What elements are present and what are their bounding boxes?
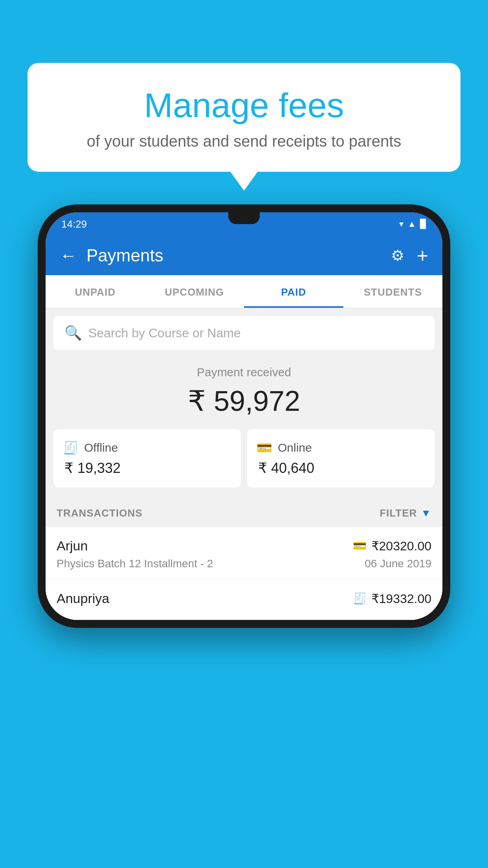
status-icons: ▾ ▲ ▉ xyxy=(399,219,427,229)
payment-received-label: Payment received xyxy=(53,366,435,379)
offline-label: Offline xyxy=(84,441,118,454)
offline-card: 🧾 Offline ₹ 19,332 xyxy=(53,429,241,487)
wifi-icon: ▾ xyxy=(399,219,404,229)
payment-method-icon-offline: 🧾 xyxy=(353,592,367,605)
transaction-amount: ₹19332.00 xyxy=(371,591,431,606)
transactions-header: TRANSACTIONS FILTER ▼ xyxy=(46,499,442,527)
search-input[interactable]: Search by Course or Name xyxy=(88,326,241,340)
transaction-top-row: Arjun 💳 ₹20320.00 xyxy=(57,538,431,554)
filter-label: FILTER xyxy=(380,507,417,519)
status-bar: 14:29 ▾ ▲ ▉ xyxy=(46,212,442,236)
transaction-amount-row: 💳 ₹20320.00 xyxy=(353,539,431,554)
payment-method-icon-online: 💳 xyxy=(353,539,367,552)
transaction-course: Physics Batch 12 Installment - 2 xyxy=(57,557,213,570)
tab-students[interactable]: STUDENTS xyxy=(343,275,443,308)
search-icon: 🔍 xyxy=(64,325,82,341)
add-icon[interactable]: + xyxy=(417,244,428,267)
notch xyxy=(228,212,260,224)
tab-paid[interactable]: PAID xyxy=(244,275,343,308)
transaction-name: Anupriya xyxy=(57,591,109,606)
phone-outer: 14:29 ▾ ▲ ▉ ← Payments ⚙ + xyxy=(38,204,450,628)
payment-total-amount: ₹ 59,972 xyxy=(53,384,435,417)
transaction-name: Arjun xyxy=(57,538,88,554)
speech-bubble: Manage fees of your students and send re… xyxy=(28,63,460,172)
filter-icon: ▼ xyxy=(421,507,431,519)
bubble-subtitle: of your students and send receipts to pa… xyxy=(47,132,441,150)
tab-unpaid[interactable]: UNPAID xyxy=(46,275,145,308)
filter-button[interactable]: FILTER ▼ xyxy=(380,507,431,519)
offline-icon: 🧾 xyxy=(63,440,79,455)
settings-icon[interactable]: ⚙ xyxy=(391,247,404,264)
battery-icon: ▉ xyxy=(420,219,427,229)
transaction-row[interactable]: Anupriya 🧾 ₹19332.00 xyxy=(46,580,442,620)
online-card: 💳 Online ₹ 40,640 xyxy=(247,429,435,487)
payment-section: Payment received ₹ 59,972 xyxy=(46,350,442,429)
phone-screen: 14:29 ▾ ▲ ▉ ← Payments ⚙ + xyxy=(46,212,442,620)
signal-icon: ▲ xyxy=(407,219,416,229)
transaction-amount: ₹20320.00 xyxy=(371,539,431,554)
online-label: Online xyxy=(278,441,312,454)
transaction-top-row: Anupriya 🧾 ₹19332.00 xyxy=(57,591,431,606)
phone-device: 14:29 ▾ ▲ ▉ ← Payments ⚙ + xyxy=(38,204,450,628)
offline-amount: ₹ 19,332 xyxy=(64,460,231,476)
online-card-header: 💳 Online xyxy=(257,440,425,455)
transactions-label: TRANSACTIONS xyxy=(57,507,143,519)
transaction-bottom-row: Physics Batch 12 Installment - 2 06 June… xyxy=(57,557,431,570)
page-title: Payments xyxy=(86,246,391,265)
payment-cards: 🧾 Offline ₹ 19,332 💳 Online ₹ 40,640 xyxy=(46,429,442,499)
status-time: 14:29 xyxy=(61,218,87,230)
content-area: 🔍 Search by Course or Name Payment recei… xyxy=(46,316,442,620)
offline-card-header: 🧾 Offline xyxy=(63,440,231,455)
online-icon: 💳 xyxy=(257,440,272,455)
transaction-row[interactable]: Arjun 💳 ₹20320.00 Physics Batch 12 Insta… xyxy=(46,527,442,580)
bubble-title: Manage fees xyxy=(47,86,441,125)
top-bar-actions: ⚙ + xyxy=(391,244,428,267)
search-bar[interactable]: 🔍 Search by Course or Name xyxy=(53,316,435,350)
top-bar: ← Payments ⚙ + xyxy=(46,236,442,275)
online-amount: ₹ 40,640 xyxy=(258,460,425,476)
transaction-amount-row: 🧾 ₹19332.00 xyxy=(353,591,431,606)
back-button[interactable]: ← xyxy=(60,246,77,265)
tab-bar: UNPAID UPCOMING PAID STUDENTS xyxy=(46,275,442,308)
transaction-date: 06 June 2019 xyxy=(365,557,431,570)
tab-upcoming[interactable]: UPCOMING xyxy=(145,275,244,308)
